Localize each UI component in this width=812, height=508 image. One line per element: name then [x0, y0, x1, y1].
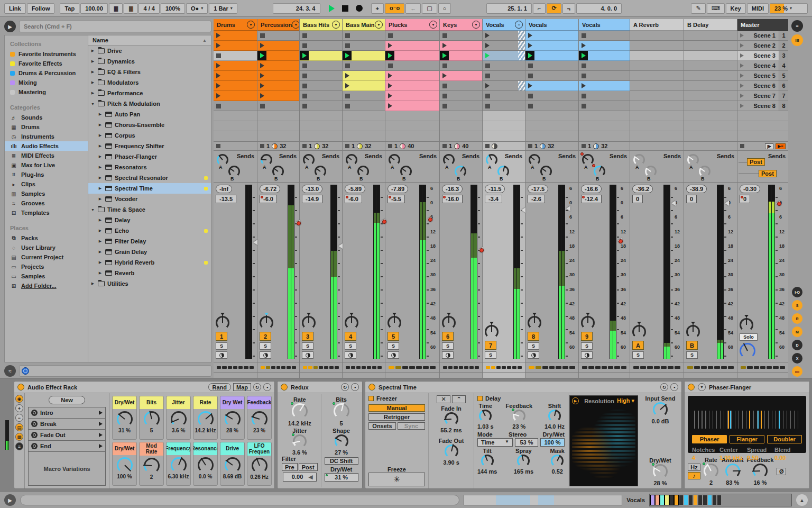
clip-slot[interactable]	[440, 61, 482, 71]
save-preset-icon[interactable]: ▪	[263, 383, 271, 391]
rate-sync-button[interactable]: ♪	[688, 472, 700, 479]
volume-field[interactable]: -12.4	[581, 195, 602, 203]
solo-button[interactable]: S	[345, 342, 356, 350]
macro-knob[interactable]	[144, 458, 160, 474]
track-header[interactable]: Drums▼	[214, 19, 257, 31]
arm-button[interactable]	[302, 351, 313, 359]
send-b-knob[interactable]	[357, 166, 369, 177]
fade-in-knob[interactable]	[445, 412, 458, 426]
punch-out-icon[interactable]: ¬	[562, 3, 575, 14]
freeze-sync-button[interactable]: Sync	[398, 422, 425, 430]
fader-handle[interactable]	[566, 206, 570, 211]
pan-knob[interactable]	[302, 316, 316, 330]
tap-tempo-button[interactable]: Tap	[60, 3, 79, 14]
clip-stop-all-icon[interactable]	[260, 144, 264, 148]
browser-item[interactable]: ▶Spectral Time	[88, 183, 211, 194]
meter-peak-value[interactable]: -17.5	[528, 185, 548, 193]
fader-handle[interactable]	[521, 207, 525, 213]
arm-button[interactable]	[345, 351, 356, 359]
variation-launch-icon[interactable]	[99, 433, 103, 437]
meter-peak-value[interactable]: -5.89	[345, 185, 365, 193]
clip-slot[interactable]	[343, 101, 385, 111]
redux-bits-knob[interactable]	[334, 403, 349, 419]
output-drywet-knob[interactable]	[653, 464, 668, 479]
clip-slot[interactable]	[684, 81, 737, 91]
freeze-button[interactable]: ✳	[368, 473, 425, 486]
freeze-manual-button[interactable]: Manual	[368, 404, 425, 412]
pan-knob[interactable]	[216, 316, 229, 330]
macro-variations-icon[interactable]: ◉	[15, 395, 23, 403]
arm-button[interactable]	[528, 351, 539, 359]
sidebar-item-add-folder-[interactable]: ⊞Add Folder...	[5, 281, 88, 291]
track-header[interactable]: Vocals	[579, 19, 630, 31]
clip-slot[interactable]	[440, 81, 482, 91]
clip-stop-all-icon[interactable]	[302, 144, 307, 148]
browser-item[interactable]: ▶Vocoder	[88, 194, 211, 204]
phase-invert-button[interactable]: Ø	[777, 468, 786, 475]
scene-launch-icon[interactable]	[740, 84, 744, 88]
computer-midi-keyboard-icon[interactable]: ⌨	[707, 3, 725, 14]
macro-knob[interactable]	[171, 411, 187, 427]
scene-row[interactable]: Scene 44	[737, 61, 788, 71]
meter-peak-value[interactable]: -7.89	[387, 185, 408, 193]
mode-phaser-button[interactable]: Phaser	[692, 435, 727, 443]
macro-control[interactable]: Frequency6.30 kHz	[166, 442, 191, 486]
clip-slot[interactable]	[440, 41, 482, 51]
clip-slot[interactable]	[214, 81, 257, 91]
clip-stop-all-icon[interactable]	[388, 144, 392, 148]
macro-control[interactable]: Drive8.69 dB	[220, 442, 245, 486]
sidebar-item-collection[interactable]: Drums & Percussion	[5, 68, 88, 78]
clip-slot[interactable]	[214, 71, 257, 81]
clip-slot[interactable]	[684, 71, 737, 81]
clip-slot[interactable]	[684, 41, 737, 51]
spectral-play-icon[interactable]: ▶	[572, 397, 579, 404]
redux-jitter-knob[interactable]	[293, 434, 307, 448]
disclosure-triangle-icon[interactable]: ▶	[98, 271, 103, 275]
volume-field[interactable]: -6.0	[260, 195, 277, 203]
browser-item[interactable]: ▶Performance	[88, 88, 211, 98]
fader-handle[interactable]	[338, 243, 343, 249]
delay-toggle[interactable]	[477, 396, 483, 401]
crossfader-toggle[interactable]: X	[792, 353, 802, 364]
meter-peak-value[interactable]: -38.9	[686, 185, 707, 193]
send-a-knob[interactable]	[346, 154, 357, 166]
browser-item[interactable]: ▶Drive	[88, 46, 211, 56]
param-value[interactable]: 0.00	[774, 455, 802, 461]
fader-handle[interactable]	[671, 201, 676, 206]
clip-slot[interactable]	[343, 41, 385, 51]
sidebar-item-plug-ins[interactable]: ⌗Plug-Ins	[5, 170, 88, 179]
macro-variation-row[interactable]: Fade Out	[28, 429, 106, 441]
follow-playhead-icon[interactable]: ○	[438, 3, 451, 14]
clip-slot[interactable]	[257, 91, 299, 101]
track-delay-toggle[interactable]: D	[792, 340, 802, 350]
arm-button[interactable]	[260, 351, 271, 359]
play-button[interactable]	[326, 5, 338, 12]
spectral-display[interactable]: ▶ Resolution High ▾	[569, 395, 638, 486]
show-macros-icon[interactable]: ▤	[15, 423, 23, 431]
send-b-knob[interactable]	[228, 166, 240, 177]
track-activator-button[interactable]: 5	[387, 332, 399, 341]
disclosure-triangle-icon[interactable]: ▶	[98, 229, 103, 233]
draw-mode-icon[interactable]: ▢	[422, 3, 437, 14]
clip-slot[interactable]	[525, 81, 578, 91]
rate-hz-button[interactable]: Hz	[688, 464, 700, 471]
sends-toggle[interactable]: S	[792, 300, 802, 311]
track-header[interactable]: Vocals	[525, 19, 578, 31]
show-hide-device-view-icon[interactable]: ▲	[796, 494, 808, 506]
sidebar-item-samples[interactable]: ▥Samples	[5, 189, 88, 198]
macro-knob[interactable]	[198, 411, 214, 427]
disclosure-triangle-icon[interactable]: ▶	[98, 155, 103, 159]
send-a-knob[interactable]	[217, 154, 228, 166]
clip-slot[interactable]	[440, 91, 482, 101]
send-a-post-toggle[interactable]: Post	[747, 158, 765, 166]
show-variations-icon[interactable]: ▦	[15, 433, 23, 441]
track-activator-button[interactable]: 4	[345, 332, 356, 341]
send-b-post-toggle[interactable]: Post	[759, 170, 777, 177]
browser-item[interactable]: ▶Filter Delay	[88, 236, 211, 247]
groove-pool-icon[interactable]: ≈	[4, 365, 16, 377]
follow-button[interactable]: Follow	[27, 3, 55, 14]
device-chain-overview[interactable]	[649, 494, 792, 506]
send-a-knob[interactable]	[486, 154, 497, 166]
track-activator-button[interactable]: B	[686, 341, 698, 350]
meter-peak-value[interactable]: -0.30	[740, 185, 760, 193]
